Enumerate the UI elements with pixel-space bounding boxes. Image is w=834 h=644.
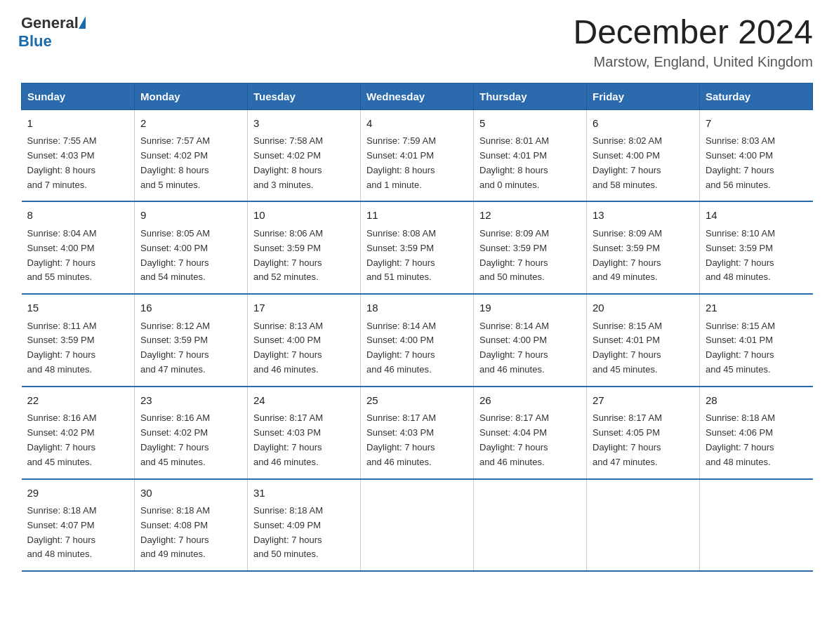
day-cell: 13 Sunrise: 8:09 AMSunset: 3:59 PMDaylig… bbox=[587, 201, 700, 294]
day-info: Sunrise: 8:18 AMSunset: 4:07 PMDaylight:… bbox=[27, 504, 129, 562]
day-info: Sunrise: 8:03 AMSunset: 4:00 PMDaylight:… bbox=[706, 134, 807, 192]
day-cell: 16 Sunrise: 8:12 AMSunset: 3:59 PMDaylig… bbox=[135, 294, 248, 387]
day-cell: 7 Sunrise: 8:03 AMSunset: 4:00 PMDayligh… bbox=[700, 109, 813, 201]
week-row-1: 1 Sunrise: 7:55 AMSunset: 4:03 PMDayligh… bbox=[22, 109, 813, 201]
day-cell: 30 Sunrise: 8:18 AMSunset: 4:08 PMDaylig… bbox=[135, 479, 248, 572]
day-cell: 8 Sunrise: 8:04 AMSunset: 4:00 PMDayligh… bbox=[22, 201, 135, 294]
logo-blue-text: Blue bbox=[18, 32, 86, 51]
title-section: December 2024 Marstow, England, United K… bbox=[573, 14, 813, 70]
day-cell: 21 Sunrise: 8:15 AMSunset: 4:01 PMDaylig… bbox=[700, 294, 813, 387]
day-info: Sunrise: 7:55 AMSunset: 4:03 PMDaylight:… bbox=[27, 134, 129, 192]
day-info: Sunrise: 8:18 AMSunset: 4:09 PMDaylight:… bbox=[253, 504, 355, 562]
header-cell-monday: Monday bbox=[135, 83, 248, 109]
header-cell-sunday: Sunday bbox=[22, 83, 135, 109]
week-row-3: 15 Sunrise: 8:11 AMSunset: 3:59 PMDaylig… bbox=[22, 294, 813, 387]
day-info: Sunrise: 8:17 AMSunset: 4:03 PMDaylight:… bbox=[253, 411, 355, 469]
day-cell: 18 Sunrise: 8:14 AMSunset: 4:00 PMDaylig… bbox=[361, 294, 474, 387]
page-header: General Blue December 2024 Marstow, Engl… bbox=[21, 14, 813, 70]
day-cell: 22 Sunrise: 8:16 AMSunset: 4:02 PMDaylig… bbox=[22, 387, 135, 479]
day-cell: 28 Sunrise: 8:18 AMSunset: 4:06 PMDaylig… bbox=[700, 387, 813, 479]
day-cell bbox=[474, 479, 587, 572]
day-number: 20 bbox=[593, 300, 694, 316]
day-info: Sunrise: 8:02 AMSunset: 4:00 PMDaylight:… bbox=[593, 134, 694, 192]
header-cell-friday: Friday bbox=[587, 83, 700, 109]
day-info: Sunrise: 7:57 AMSunset: 4:02 PMDaylight:… bbox=[140, 134, 241, 192]
day-number: 26 bbox=[479, 393, 581, 409]
day-info: Sunrise: 8:14 AMSunset: 4:00 PMDaylight:… bbox=[366, 319, 468, 377]
header-row: SundayMondayTuesdayWednesdayThursdayFrid… bbox=[22, 83, 813, 109]
calendar-header: SundayMondayTuesdayWednesdayThursdayFrid… bbox=[22, 83, 813, 109]
day-info: Sunrise: 8:05 AMSunset: 4:00 PMDaylight:… bbox=[140, 227, 241, 285]
day-cell: 19 Sunrise: 8:14 AMSunset: 4:00 PMDaylig… bbox=[474, 294, 587, 387]
day-cell: 15 Sunrise: 8:11 AMSunset: 3:59 PMDaylig… bbox=[22, 294, 135, 387]
day-info: Sunrise: 7:58 AMSunset: 4:02 PMDaylight:… bbox=[253, 134, 355, 192]
logo: General Blue bbox=[21, 14, 86, 51]
day-number: 4 bbox=[366, 116, 468, 132]
day-cell: 17 Sunrise: 8:13 AMSunset: 4:00 PMDaylig… bbox=[248, 294, 361, 387]
day-cell: 23 Sunrise: 8:16 AMSunset: 4:02 PMDaylig… bbox=[135, 387, 248, 479]
day-info: Sunrise: 8:10 AMSunset: 3:59 PMDaylight:… bbox=[706, 227, 807, 285]
day-cell: 9 Sunrise: 8:05 AMSunset: 4:00 PMDayligh… bbox=[135, 201, 248, 294]
day-cell bbox=[700, 479, 813, 572]
day-info: Sunrise: 8:17 AMSunset: 4:04 PMDaylight:… bbox=[479, 411, 581, 469]
day-number: 18 bbox=[366, 300, 468, 316]
day-info: Sunrise: 8:17 AMSunset: 4:03 PMDaylight:… bbox=[366, 411, 468, 469]
day-cell: 14 Sunrise: 8:10 AMSunset: 3:59 PMDaylig… bbox=[700, 201, 813, 294]
day-number: 14 bbox=[706, 208, 807, 224]
week-row-5: 29 Sunrise: 8:18 AMSunset: 4:07 PMDaylig… bbox=[22, 479, 813, 572]
day-info: Sunrise: 8:09 AMSunset: 3:59 PMDaylight:… bbox=[593, 227, 694, 285]
day-number: 7 bbox=[706, 116, 807, 132]
day-cell: 20 Sunrise: 8:15 AMSunset: 4:01 PMDaylig… bbox=[587, 294, 700, 387]
day-cell: 4 Sunrise: 7:59 AMSunset: 4:01 PMDayligh… bbox=[361, 109, 474, 201]
day-cell: 3 Sunrise: 7:58 AMSunset: 4:02 PMDayligh… bbox=[248, 109, 361, 201]
day-cell: 29 Sunrise: 8:18 AMSunset: 4:07 PMDaylig… bbox=[22, 479, 135, 572]
day-info: Sunrise: 8:15 AMSunset: 4:01 PMDaylight:… bbox=[593, 319, 694, 377]
day-number: 2 bbox=[140, 116, 241, 132]
day-info: Sunrise: 8:17 AMSunset: 4:05 PMDaylight:… bbox=[593, 411, 694, 469]
day-number: 23 bbox=[140, 393, 241, 409]
day-number: 12 bbox=[479, 208, 581, 224]
day-info: Sunrise: 8:13 AMSunset: 4:00 PMDaylight:… bbox=[253, 319, 355, 377]
header-cell-thursday: Thursday bbox=[474, 83, 587, 109]
day-cell: 25 Sunrise: 8:17 AMSunset: 4:03 PMDaylig… bbox=[361, 387, 474, 479]
day-number: 9 bbox=[140, 208, 241, 224]
day-number: 24 bbox=[253, 393, 355, 409]
day-info: Sunrise: 8:14 AMSunset: 4:00 PMDaylight:… bbox=[479, 319, 581, 377]
day-number: 22 bbox=[27, 393, 129, 409]
day-info: Sunrise: 8:18 AMSunset: 4:08 PMDaylight:… bbox=[140, 504, 241, 562]
day-info: Sunrise: 8:16 AMSunset: 4:02 PMDaylight:… bbox=[140, 411, 241, 469]
day-cell: 27 Sunrise: 8:17 AMSunset: 4:05 PMDaylig… bbox=[587, 387, 700, 479]
day-number: 19 bbox=[479, 300, 581, 316]
day-number: 8 bbox=[27, 208, 129, 224]
day-number: 31 bbox=[253, 485, 355, 502]
day-info: Sunrise: 8:11 AMSunset: 3:59 PMDaylight:… bbox=[27, 319, 129, 377]
logo-triangle-icon bbox=[79, 16, 86, 29]
day-info: Sunrise: 8:15 AMSunset: 4:01 PMDaylight:… bbox=[706, 319, 807, 377]
day-info: Sunrise: 8:01 AMSunset: 4:01 PMDaylight:… bbox=[479, 134, 581, 192]
day-cell: 12 Sunrise: 8:09 AMSunset: 3:59 PMDaylig… bbox=[474, 201, 587, 294]
location-title: Marstow, England, United Kingdom bbox=[573, 54, 813, 70]
day-cell: 10 Sunrise: 8:06 AMSunset: 3:59 PMDaylig… bbox=[248, 201, 361, 294]
day-number: 10 bbox=[253, 208, 355, 224]
day-cell bbox=[587, 479, 700, 572]
day-number: 3 bbox=[253, 116, 355, 132]
day-cell bbox=[361, 479, 474, 572]
day-info: Sunrise: 8:08 AMSunset: 3:59 PMDaylight:… bbox=[366, 227, 468, 285]
day-number: 30 bbox=[140, 485, 241, 502]
day-number: 11 bbox=[366, 208, 468, 224]
day-cell: 6 Sunrise: 8:02 AMSunset: 4:00 PMDayligh… bbox=[587, 109, 700, 201]
day-number: 28 bbox=[706, 393, 807, 409]
calendar-table: SundayMondayTuesdayWednesdayThursdayFrid… bbox=[21, 83, 813, 572]
day-number: 25 bbox=[366, 393, 468, 409]
header-cell-saturday: Saturday bbox=[700, 83, 813, 109]
day-cell: 24 Sunrise: 8:17 AMSunset: 4:03 PMDaylig… bbox=[248, 387, 361, 479]
day-info: Sunrise: 8:09 AMSunset: 3:59 PMDaylight:… bbox=[479, 227, 581, 285]
day-number: 21 bbox=[706, 300, 807, 316]
day-info: Sunrise: 8:12 AMSunset: 3:59 PMDaylight:… bbox=[140, 319, 241, 377]
week-row-2: 8 Sunrise: 8:04 AMSunset: 4:00 PMDayligh… bbox=[22, 201, 813, 294]
week-row-4: 22 Sunrise: 8:16 AMSunset: 4:02 PMDaylig… bbox=[22, 387, 813, 479]
day-cell: 31 Sunrise: 8:18 AMSunset: 4:09 PMDaylig… bbox=[248, 479, 361, 572]
day-number: 16 bbox=[140, 300, 241, 316]
day-info: Sunrise: 7:59 AMSunset: 4:01 PMDaylight:… bbox=[366, 134, 468, 192]
day-number: 13 bbox=[593, 208, 694, 224]
